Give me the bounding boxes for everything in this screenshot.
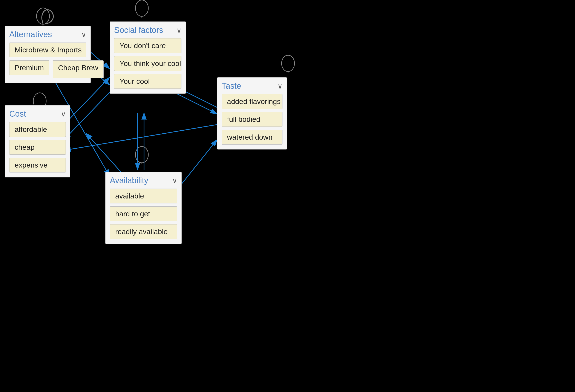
card-alternatives-row2: Premium Cheap Brew bbox=[9, 60, 86, 78]
svg-point-6 bbox=[135, 0, 148, 16]
svg-line-18 bbox=[64, 77, 110, 125]
node-your-cool[interactable]: Your cool bbox=[114, 74, 181, 89]
svg-line-21 bbox=[174, 92, 217, 114]
card-availability-chevron[interactable]: ∨ bbox=[172, 176, 177, 185]
svg-line-15 bbox=[64, 92, 110, 140]
card-taste: Taste ∨ added flavorings full bodied wat… bbox=[217, 77, 287, 150]
card-alternatives: Alternatives ∨ Microbrew & Imports Premi… bbox=[5, 26, 91, 83]
node-dont-care[interactable]: You don't care bbox=[114, 38, 181, 53]
card-social-header: Social factors ∨ bbox=[114, 25, 181, 35]
card-cost-title: Cost bbox=[9, 109, 26, 119]
card-taste-title: Taste bbox=[222, 81, 241, 91]
card-cost-header: Cost ∨ bbox=[9, 109, 66, 119]
node-full-bodied[interactable]: full bodied bbox=[222, 112, 283, 127]
card-social-title: Social factors bbox=[114, 25, 163, 35]
card-alternatives-header: Alternatives ∨ bbox=[9, 30, 86, 39]
card-cost: Cost ∨ affordable cheap expensive bbox=[5, 105, 70, 177]
diagram-canvas: Alternatives ∨ Microbrew & Imports Premi… bbox=[0, 0, 575, 392]
node-added-flavorings[interactable]: added flavorings bbox=[222, 94, 283, 109]
card-availability: Availability ∨ available hard to get rea… bbox=[105, 172, 182, 244]
node-expensive[interactable]: expensive bbox=[9, 158, 66, 173]
node-think-cool[interactable]: You think your cool bbox=[114, 56, 181, 71]
card-taste-chevron[interactable]: ∨ bbox=[278, 82, 283, 90]
node-microbrew[interactable]: Microbrew & Imports bbox=[9, 43, 86, 57]
svg-point-10 bbox=[282, 55, 294, 71]
card-alternatives-title: Alternatives bbox=[9, 30, 52, 39]
svg-point-2 bbox=[37, 8, 49, 24]
card-social-chevron[interactable]: ∨ bbox=[176, 26, 181, 34]
node-hard-to-get[interactable]: hard to get bbox=[110, 206, 177, 221]
node-premium[interactable]: Premium bbox=[9, 60, 49, 75]
node-cheap[interactable]: cheap bbox=[9, 140, 66, 155]
svg-line-22 bbox=[64, 125, 217, 150]
card-availability-title: Availability bbox=[110, 176, 148, 185]
card-taste-header: Taste ∨ bbox=[222, 81, 283, 91]
card-availability-header: Availability ∨ bbox=[110, 176, 177, 185]
node-cheap-brew[interactable]: Cheap Brew bbox=[53, 60, 104, 78]
card-alternatives-chevron[interactable]: ∨ bbox=[81, 30, 86, 39]
card-cost-chevron[interactable]: ∨ bbox=[61, 110, 66, 118]
node-readily-available[interactable]: readily available bbox=[110, 224, 177, 239]
node-watered-down[interactable]: watered down bbox=[222, 130, 283, 145]
svg-line-19 bbox=[86, 133, 125, 176]
node-affordable[interactable]: affordable bbox=[9, 122, 66, 137]
node-available[interactable]: available bbox=[110, 189, 177, 203]
card-social: Social factors ∨ You don't care You thin… bbox=[110, 22, 186, 94]
svg-point-8 bbox=[135, 147, 148, 163]
